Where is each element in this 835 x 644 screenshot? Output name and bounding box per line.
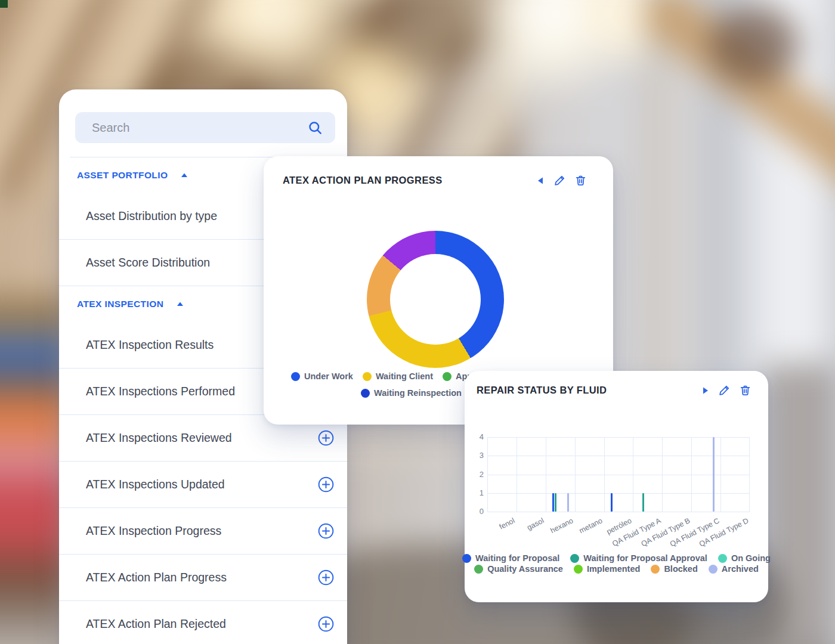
legend-label: Quality Assurance (487, 564, 563, 574)
search-box (75, 112, 335, 143)
bar (642, 493, 644, 512)
legend-dot (709, 565, 718, 574)
sidebar-item-label: ATEX Inspection Progress (86, 524, 221, 538)
section-label: ASSET PORTFOLIO (77, 170, 168, 181)
legend-dot (718, 554, 727, 563)
legend-dot (651, 565, 660, 574)
legend-item: Archived (709, 564, 759, 574)
gridline (633, 437, 633, 512)
card-title: ATEX ACTION PLAN PROGRESS (283, 175, 443, 186)
sidebar-item-label: ATEX Inspection Results (86, 338, 214, 352)
bar-chart-plot-area (487, 437, 750, 512)
gridline (487, 493, 750, 494)
legend-label: On Going (731, 553, 771, 563)
collapse-section-icon[interactable] (177, 299, 184, 309)
legend-dot (291, 372, 300, 381)
legend-item: On Going (718, 553, 771, 563)
sidebar-item-label: Asset Score Distribution (86, 256, 210, 270)
expand-right-icon[interactable] (701, 385, 710, 396)
legend-label: Archived (722, 564, 759, 574)
bar (713, 437, 715, 512)
legend-row: Waiting for ProposalWaiting for Proposal… (462, 553, 771, 563)
sidebar-item[interactable]: ATEX Action Plan Progress (59, 555, 347, 601)
y-axis-tick-label: 0 (468, 507, 484, 516)
dashboard-screen: ASSET PORTFOLIOAsset Distribution by typ… (0, 0, 835, 644)
edit-icon[interactable] (553, 174, 566, 187)
legend-label: Waiting Client (376, 371, 433, 381)
gridline (691, 437, 692, 512)
donut-chart (367, 231, 504, 368)
repair-status-by-fluid-card: REPAIR STATUS BY FLUID (465, 371, 768, 602)
legend-item: Waiting Client (363, 371, 433, 381)
sidebar-item-label: Asset Distribution by type (86, 209, 217, 223)
sidebar-item-label: ATEX Inspections Updated (86, 478, 225, 491)
legend-label: Waiting Reinspection (374, 388, 462, 398)
legend-item: Blocked (651, 564, 697, 574)
legend-label: Under Work (304, 371, 353, 381)
gridline (487, 437, 750, 438)
legend-dot (363, 372, 372, 381)
legend-item: Implemented (574, 564, 640, 574)
sidebar-item-label: ATEX Action Plan Rejected (86, 617, 226, 631)
y-axis-tick-label: 3 (468, 451, 484, 460)
collapse-left-icon[interactable] (536, 175, 545, 186)
legend-label: Waiting for Proposal (475, 553, 559, 563)
legend-item: Waiting Reinspection (361, 388, 462, 398)
legend-dot (443, 372, 451, 381)
legend-dot (462, 554, 471, 563)
edit-icon[interactable] (718, 384, 731, 397)
gridline (749, 437, 750, 512)
gridline (487, 437, 488, 512)
bar (567, 493, 569, 512)
add-chart-icon[interactable] (318, 523, 334, 539)
legend-row: Quality AssuranceImplementedBlockedArchi… (474, 564, 759, 574)
bar (552, 493, 554, 512)
sidebar-item-label: ATEX Action Plan Progress (86, 571, 227, 584)
gridline (546, 437, 546, 512)
gridline (487, 512, 750, 512)
legend-dot (361, 389, 370, 398)
collapse-section-icon[interactable] (181, 170, 188, 181)
search-input[interactable] (75, 112, 335, 143)
sidebar-item[interactable]: ATEX Inspections Updated (59, 462, 347, 508)
gridline (720, 437, 721, 512)
search-icon[interactable] (308, 120, 323, 138)
donut-hole (390, 254, 481, 345)
legend-item: Under Work (291, 371, 353, 381)
gridline (575, 437, 576, 512)
add-chart-icon[interactable] (318, 430, 334, 446)
add-chart-icon[interactable] (318, 616, 334, 632)
gridline (517, 437, 517, 512)
gridline (487, 475, 750, 475)
legend-dot (574, 565, 583, 574)
delete-icon[interactable] (739, 384, 752, 397)
section-label: ATEX INSPECTION (77, 299, 163, 309)
y-axis-tick-label: 2 (468, 470, 484, 479)
legend-dot (474, 565, 483, 574)
bar-chart-legend: Waiting for ProposalWaiting for Proposal… (465, 553, 768, 574)
sidebar-item-label: ATEX Inspections Performed (86, 385, 235, 398)
add-chart-icon[interactable] (318, 569, 334, 586)
sidebar-item-label: ATEX Inspections Reviewed (86, 431, 232, 445)
bar (611, 493, 613, 512)
donut-legend-row: Waiting Reinspection (361, 388, 462, 398)
gridline (604, 437, 605, 512)
legend-item: Quality Assurance (474, 564, 563, 574)
delete-icon[interactable] (574, 174, 587, 187)
bar (555, 493, 556, 512)
legend-label: Blocked (664, 564, 697, 574)
legend-label: Implemented (587, 564, 640, 574)
gridline (487, 456, 750, 456)
gridline (662, 437, 663, 512)
background-corner-artifact (0, 0, 8, 8)
card-title: REPAIR STATUS BY FLUID (477, 385, 607, 396)
sidebar-item[interactable]: ATEX Inspection Progress (59, 508, 347, 555)
sidebar-item[interactable]: ATEX Action Plan Rejected (59, 601, 347, 644)
add-chart-icon[interactable] (318, 476, 334, 493)
y-axis-tick-label: 1 (468, 488, 484, 497)
y-axis-tick-label: 4 (468, 432, 484, 441)
